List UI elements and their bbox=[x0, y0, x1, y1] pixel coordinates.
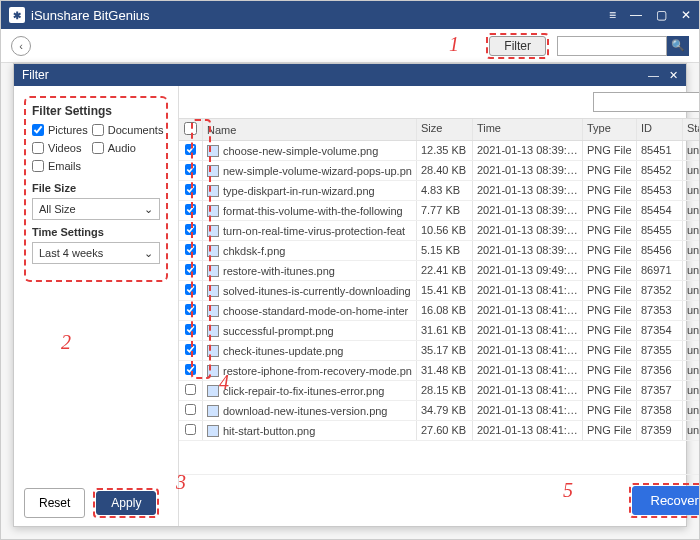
file-size: 7.77 KB bbox=[417, 201, 473, 220]
table-row[interactable]: restore-with-itunes.png22.41 KB2021-01-1… bbox=[179, 261, 700, 281]
row-checkbox[interactable] bbox=[185, 324, 196, 335]
file-status: unknow bbox=[683, 221, 700, 240]
select-all-checkbox[interactable] bbox=[184, 122, 197, 135]
file-icon bbox=[207, 165, 219, 177]
file-name: restore-with-itunes.png bbox=[223, 265, 335, 277]
filter-button[interactable]: Filter bbox=[489, 36, 546, 56]
file-type: PNG File bbox=[583, 221, 637, 240]
panel-header: Filter — ✕ bbox=[14, 64, 686, 86]
filter-pictures[interactable]: Pictures bbox=[32, 124, 88, 136]
row-checkbox[interactable] bbox=[185, 204, 196, 215]
file-icon bbox=[207, 245, 219, 257]
file-icon bbox=[207, 205, 219, 217]
table-row[interactable]: check-itunes-update.png35.17 KB2021-01-1… bbox=[179, 341, 700, 361]
filter-audio[interactable]: Audio bbox=[92, 142, 164, 154]
table-row[interactable]: choose-new-simple-volume.png12.35 KB2021… bbox=[179, 141, 700, 161]
col-time[interactable]: Time bbox=[473, 119, 583, 140]
row-checkbox[interactable] bbox=[185, 304, 196, 315]
file-id: 85452 bbox=[637, 161, 683, 180]
minimize-icon[interactable]: — bbox=[630, 8, 642, 22]
row-checkbox[interactable] bbox=[185, 404, 196, 415]
recover-button[interactable]: Recover bbox=[632, 486, 701, 515]
row-checkbox[interactable] bbox=[185, 264, 196, 275]
file-size: 28.40 KB bbox=[417, 161, 473, 180]
row-checkbox[interactable] bbox=[185, 284, 196, 295]
row-checkbox[interactable] bbox=[185, 164, 196, 175]
col-name[interactable]: Name bbox=[203, 119, 417, 140]
row-checkbox[interactable] bbox=[185, 224, 196, 235]
file-size: 31.48 KB bbox=[417, 361, 473, 380]
file-time: 2021-01-13 08:39:26 bbox=[473, 201, 583, 220]
row-checkbox[interactable] bbox=[185, 384, 196, 395]
table-row[interactable]: download-new-itunes-version.png34.79 KB2… bbox=[179, 401, 700, 421]
file-id: 87355 bbox=[637, 341, 683, 360]
table-row[interactable]: choose-standard-mode-on-home-inter16.08 … bbox=[179, 301, 700, 321]
file-status: unknow bbox=[683, 281, 700, 300]
maximize-icon[interactable]: ▢ bbox=[656, 8, 667, 22]
apply-button[interactable]: Apply bbox=[96, 491, 156, 515]
table-rows[interactable]: choose-new-simple-volume.png12.35 KB2021… bbox=[179, 141, 700, 474]
row-checkbox[interactable] bbox=[185, 144, 196, 155]
close-icon[interactable]: ✕ bbox=[681, 8, 691, 22]
filter-settings-heading: Filter Settings bbox=[32, 104, 160, 118]
table-row[interactable]: successful-prompt.png31.61 KB2021-01-13 … bbox=[179, 321, 700, 341]
table-row[interactable]: restore-iphone-from-recovery-mode.pn31.4… bbox=[179, 361, 700, 381]
col-type[interactable]: Type bbox=[583, 119, 637, 140]
file-type: PNG File bbox=[583, 301, 637, 320]
row-checkbox[interactable] bbox=[185, 364, 196, 375]
menu-icon[interactable]: ≡ bbox=[609, 8, 616, 22]
filter-emails[interactable]: Emails bbox=[32, 160, 88, 172]
col-id[interactable]: ID bbox=[637, 119, 683, 140]
table-row[interactable]: hit-start-button.png27.60 KB2021-01-13 0… bbox=[179, 421, 700, 441]
checkbox-audio[interactable] bbox=[92, 142, 104, 154]
file-name: restore-iphone-from-recovery-mode.pn bbox=[223, 365, 412, 377]
file-icon bbox=[207, 145, 219, 157]
back-button[interactable]: ‹ bbox=[11, 36, 31, 56]
table-row[interactable]: chkdsk-f.png5.15 KB2021-01-13 08:39:26PN… bbox=[179, 241, 700, 261]
file-status: unknow bbox=[683, 381, 700, 400]
panel-close-icon[interactable]: ✕ bbox=[669, 69, 678, 82]
reset-button[interactable]: Reset bbox=[24, 488, 85, 518]
table-row[interactable]: solved-itunes-is-currently-downloading15… bbox=[179, 281, 700, 301]
table-row[interactable]: new-simple-volume-wizard-pops-up.pn28.40… bbox=[179, 161, 700, 181]
search-input[interactable] bbox=[557, 36, 667, 56]
table-row[interactable]: format-this-volume-with-the-following7.7… bbox=[179, 201, 700, 221]
results-content: 🔍 Name Size Time Type ID Status choose-n… bbox=[179, 86, 700, 526]
col-size[interactable]: Size bbox=[417, 119, 473, 140]
checkbox-videos[interactable] bbox=[32, 142, 44, 154]
file-size-select[interactable]: All Size⌄ bbox=[32, 198, 160, 220]
checkbox-emails[interactable] bbox=[32, 160, 44, 172]
file-name: type-diskpart-in-run-wizard.png bbox=[223, 185, 375, 197]
file-status: unknow bbox=[683, 301, 700, 320]
file-name: solved-itunes-is-currently-downloading bbox=[223, 285, 411, 297]
file-time: 2021-01-13 08:41:15 bbox=[473, 401, 583, 420]
file-status: unknow bbox=[683, 261, 700, 280]
file-icon bbox=[207, 345, 219, 357]
row-checkbox[interactable] bbox=[185, 344, 196, 355]
checkbox-pictures[interactable] bbox=[32, 124, 44, 136]
file-status: unknow bbox=[683, 321, 700, 340]
search-icon[interactable]: 🔍 bbox=[667, 36, 689, 56]
row-checkbox[interactable] bbox=[185, 184, 196, 195]
results-search-input[interactable] bbox=[593, 92, 700, 112]
panel-minimize-icon[interactable]: — bbox=[648, 69, 659, 82]
table-row[interactable]: click-repair-to-fix-itunes-error.png28.1… bbox=[179, 381, 700, 401]
file-id: 87352 bbox=[637, 281, 683, 300]
row-checkbox[interactable] bbox=[185, 424, 196, 435]
annotation-box-1: Filter bbox=[486, 33, 549, 59]
app-title: iSunshare BitGenius bbox=[31, 8, 150, 23]
file-type: PNG File bbox=[583, 321, 637, 340]
annotation-box-5: Recover bbox=[629, 483, 701, 518]
filter-documents[interactable]: Documents bbox=[92, 124, 164, 136]
row-checkbox[interactable] bbox=[185, 244, 196, 255]
file-type: PNG File bbox=[583, 181, 637, 200]
table-row[interactable]: type-diskpart-in-run-wizard.png4.83 KB20… bbox=[179, 181, 700, 201]
file-icon bbox=[207, 285, 219, 297]
table-row[interactable]: turn-on-real-time-virus-protection-feat1… bbox=[179, 221, 700, 241]
col-status[interactable]: Status bbox=[683, 119, 700, 140]
filter-videos[interactable]: Videos bbox=[32, 142, 88, 154]
file-size: 12.35 KB bbox=[417, 141, 473, 160]
checkbox-documents[interactable] bbox=[92, 124, 104, 136]
time-settings-select[interactable]: Last 4 weeks⌄ bbox=[32, 242, 160, 264]
file-name: hit-start-button.png bbox=[223, 425, 315, 437]
